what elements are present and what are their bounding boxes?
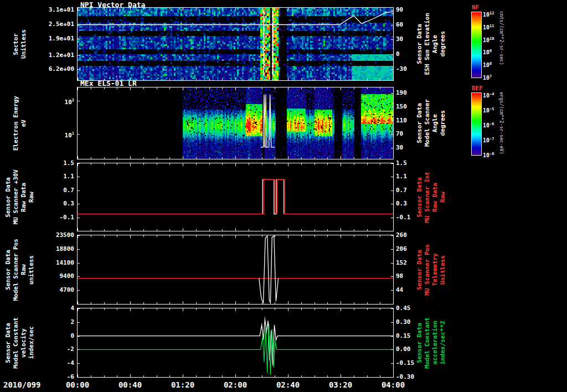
right-axis-label-model-constant: Sensor DataModel Constantaccelerationind… bbox=[414, 308, 449, 377]
axis-label-column: Sensor Data bbox=[416, 250, 423, 290]
axis-label-column: degrees bbox=[440, 110, 446, 136]
colorbar-tick-label: 108 bbox=[483, 60, 492, 69]
left-axis-label-scanner-pos: Sensor DataModel Scanner PosRawunitless bbox=[2, 235, 38, 304]
x-tick-label: 00:00 bbox=[62, 380, 93, 389]
axis-label-column: Sensor Data bbox=[416, 177, 423, 218]
axis-label-column: Sensor Data bbox=[5, 250, 12, 290]
colorbar-gradient bbox=[472, 12, 481, 78]
model-constant-canvas bbox=[78, 308, 393, 377]
axis-label-column: MU Scanner Int bbox=[424, 172, 431, 223]
colorbar-tick-label: 1011 bbox=[483, 23, 494, 31]
axis-label-column: Sensor Data bbox=[416, 24, 423, 64]
y-tick-label: 1.5 bbox=[38, 159, 74, 167]
y-tick-label: -6 bbox=[38, 373, 74, 380]
axis-label-column: ESH Sun Elevation bbox=[424, 13, 431, 75]
x-tick-label: 04:00 bbox=[378, 380, 409, 389]
y-tick-label: -4 bbox=[38, 359, 74, 367]
x-tick-label: 00:40 bbox=[115, 380, 146, 389]
x-tick-label: 01:20 bbox=[167, 380, 198, 389]
colorbar-tick-label: 1010 bbox=[483, 35, 494, 44]
axis-label-column: Unitless bbox=[20, 29, 27, 59]
axis-label-column: unitless bbox=[28, 255, 35, 285]
axis-label-column: Model Scanner Pos bbox=[13, 239, 19, 301]
colorbar-tick-label: 1012 bbox=[483, 10, 494, 18]
left-axis-label-els: Electron EnergyeV bbox=[2, 87, 38, 159]
colorbar-tag: NF bbox=[472, 4, 479, 11]
colorbar-tick-label: 109 bbox=[483, 48, 492, 56]
panel-mu-scanner-raw bbox=[77, 163, 394, 231]
axis-label-column: Raw bbox=[20, 264, 27, 275]
y-tick-label: 0 bbox=[38, 332, 74, 339]
colorbar-npi bbox=[471, 12, 482, 78]
y-tick-label: 18800 bbox=[38, 245, 74, 252]
axis-label-column: Sector bbox=[13, 33, 19, 55]
els-canvas bbox=[78, 87, 393, 159]
y-tick-label: -2 bbox=[38, 345, 74, 353]
colorbar-tick-label: 10-4 bbox=[483, 91, 494, 99]
colorbar-tag: DEF bbox=[472, 85, 483, 92]
y-tick-label: 102 bbox=[38, 97, 74, 106]
y-tick-label: 2 bbox=[38, 318, 74, 326]
y-tick-label: 4 bbox=[38, 305, 74, 312]
y-tick-label: 101 bbox=[38, 130, 74, 139]
y-tick-label: 14100 bbox=[38, 259, 74, 266]
colorbar-unit-label: ergs/(cm**2-sr-sec-eV) bbox=[499, 92, 504, 161]
axis-label-column: Angle bbox=[432, 114, 439, 132]
y-tick-label: 6.2e+00 bbox=[38, 65, 74, 73]
right-axis-label-mu-scanner-raw: Sensor DataMU Scanner IntRaw DataRaw bbox=[414, 163, 449, 231]
y-tick-label: 0.7 bbox=[38, 187, 74, 194]
axis-label-column: Model Scanner bbox=[424, 99, 431, 147]
date-label: 2010/099 bbox=[3, 380, 40, 389]
axis-label-column: eV bbox=[20, 120, 27, 127]
npi-canvas bbox=[78, 8, 393, 80]
colorbar-tick-label: 10-7 bbox=[483, 136, 494, 144]
axis-label-column: MU Scanner +30V bbox=[13, 169, 19, 224]
left-axis-label-mu-scanner-raw: Sensor DataMU Scanner +30VRaw DataRaw bbox=[2, 163, 38, 231]
scanner-pos-canvas bbox=[78, 235, 393, 304]
axis-label-column: Raw bbox=[28, 192, 35, 203]
axis-label-column: degrees bbox=[440, 31, 446, 56]
axis-label-column: Raw Data bbox=[20, 183, 27, 212]
axis-label-column: MU Scanner Pos bbox=[424, 244, 431, 296]
colorbar-tick-label: 10-8 bbox=[483, 151, 494, 159]
colorbar-tick-label: 107 bbox=[483, 73, 492, 81]
y-tick-label: 1.9e+01 bbox=[38, 35, 74, 42]
right-axis-label-npi: Sensor DataESH Sun ElevationAngledegrees bbox=[414, 8, 449, 80]
panel-npi bbox=[77, 7, 394, 81]
axis-label-column: velocity bbox=[20, 328, 27, 358]
colorbar-unit-label: cnts/(cm**2-sr-sec) bbox=[499, 11, 504, 83]
x-tick-label: 02:40 bbox=[272, 380, 303, 389]
x-tick-label: 02:00 bbox=[220, 380, 251, 389]
axis-label-column: Unitless bbox=[440, 255, 446, 285]
axis-label-column: Raw Data bbox=[432, 183, 439, 212]
axis-label-column: Electron Energy bbox=[13, 96, 19, 151]
axis-label-column: Telemetry bbox=[432, 253, 439, 286]
y-tick-label: 1.2e+01 bbox=[38, 51, 74, 59]
right-axis-label-els: Sensor DataModel ScannerAngledegrees bbox=[414, 87, 449, 159]
y-tick-label: 4700 bbox=[38, 286, 74, 293]
y-tick-label: 0.3 bbox=[38, 200, 74, 207]
colorbar-els bbox=[471, 92, 482, 156]
y-tick-label: 9400 bbox=[38, 272, 74, 280]
axis-label-column: index/sec**2 bbox=[440, 321, 446, 364]
panel-model-constant bbox=[77, 308, 394, 378]
mu-scanner-raw-canvas bbox=[78, 163, 393, 231]
axis-label-column: Raw bbox=[440, 192, 446, 203]
panel-els bbox=[77, 87, 394, 159]
left-axis-label-model-constant: Sensor DataModel Constantvelocityindex/s… bbox=[2, 308, 38, 377]
axis-label-column: acceleration bbox=[432, 321, 439, 364]
colorbar-tick-label: 10-5 bbox=[483, 106, 494, 114]
right-axis-label-scanner-pos: Sensor DataMU Scanner PosTelemetryUnitle… bbox=[414, 235, 449, 304]
panel-scanner-pos bbox=[77, 235, 394, 305]
y-tick-label: 2.5e+01 bbox=[38, 20, 74, 28]
colorbar-gradient bbox=[472, 93, 481, 155]
axis-label-column: Sensor Data bbox=[5, 323, 12, 363]
x-tick-label: 03:20 bbox=[325, 380, 356, 389]
axis-label-column: Angle bbox=[432, 35, 439, 53]
y-tick-label: 3.1e+01 bbox=[38, 6, 74, 13]
axis-label-column: Model Constant bbox=[13, 317, 19, 369]
axis-label-column: Sensor Data bbox=[416, 103, 423, 143]
axis-label-column: Sensor Data bbox=[5, 177, 12, 218]
left-axis-label-npi: SectorUnitless bbox=[2, 8, 38, 80]
axis-label-column: Sensor Data bbox=[416, 323, 423, 363]
